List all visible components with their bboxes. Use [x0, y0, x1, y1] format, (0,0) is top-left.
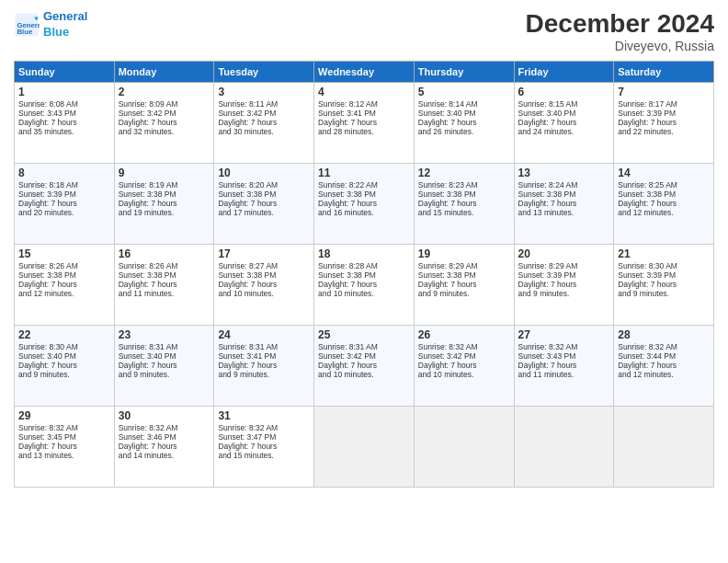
day-info-line: Sunrise: 8:08 AM — [18, 99, 110, 109]
day-info-line: Sunset: 3:38 PM — [18, 270, 110, 280]
day-number: 19 — [418, 247, 510, 260]
day-info-line: and 9 minutes. — [518, 289, 610, 298]
day-info-line: and 13 minutes. — [18, 451, 110, 460]
day-info-line: Sunset: 3:38 PM — [119, 270, 210, 280]
calendar-cell: 22Sunrise: 8:30 AMSunset: 3:40 PMDayligh… — [15, 326, 115, 407]
calendar-cell: 31Sunrise: 8:32 AMSunset: 3:47 PMDayligh… — [214, 407, 314, 488]
day-info-line: Daylight: 7 hours — [18, 118, 110, 127]
day-number: 26 — [418, 328, 510, 341]
day-info-line: Sunrise: 8:28 AM — [318, 261, 410, 270]
day-info-line: Sunrise: 8:32 AM — [119, 423, 210, 432]
day-number: 13 — [518, 167, 610, 179]
day-number: 14 — [618, 167, 710, 179]
day-info-line: Sunset: 3:41 PM — [318, 109, 410, 118]
title-block: December 2024 Diveyevo, Russia — [526, 9, 714, 53]
col-header-monday: Monday — [114, 62, 214, 83]
day-info-line: Sunrise: 8:17 AM — [618, 99, 710, 109]
day-info-line: and 22 minutes. — [618, 127, 710, 136]
day-info-line: Sunrise: 8:29 AM — [518, 261, 610, 270]
day-info-line: and 28 minutes. — [318, 127, 410, 136]
day-info-line: Sunset: 3:44 PM — [618, 351, 710, 361]
day-number: 23 — [119, 328, 210, 341]
day-number: 15 — [18, 247, 110, 260]
day-number: 30 — [119, 409, 210, 422]
day-number: 17 — [218, 247, 310, 260]
day-info-line: and 11 minutes. — [518, 370, 610, 379]
day-info-line: and 14 minutes. — [119, 451, 210, 460]
day-info-line: Sunrise: 8:30 AM — [18, 342, 110, 351]
calendar-cell — [314, 407, 415, 488]
day-info-line: Sunset: 3:45 PM — [18, 432, 110, 442]
day-info-line: Daylight: 7 hours — [218, 199, 310, 208]
day-info-line: Sunrise: 8:20 AM — [218, 180, 310, 190]
col-header-friday: Friday — [514, 62, 614, 83]
day-info-line: Daylight: 7 hours — [518, 361, 610, 370]
day-info-line: and 15 minutes. — [218, 451, 310, 460]
day-number: 16 — [119, 247, 210, 260]
calendar-cell: 13Sunrise: 8:24 AMSunset: 3:38 PMDayligh… — [514, 164, 614, 245]
day-info-line: Daylight: 7 hours — [318, 280, 410, 289]
calendar-cell — [614, 407, 714, 488]
day-number: 7 — [618, 86, 710, 98]
day-info-line: Daylight: 7 hours — [18, 361, 110, 370]
day-info-line: Sunset: 3:38 PM — [119, 190, 210, 199]
day-number: 27 — [518, 328, 610, 341]
day-info-line: Daylight: 7 hours — [218, 118, 310, 127]
day-info-line: Sunrise: 8:32 AM — [418, 342, 510, 351]
day-info-line: Sunset: 3:39 PM — [518, 270, 610, 280]
day-info-line: Daylight: 7 hours — [618, 199, 710, 208]
day-info-line: Sunset: 3:41 PM — [218, 351, 310, 361]
day-info-line: Daylight: 7 hours — [418, 118, 510, 127]
day-info-line: Daylight: 7 hours — [618, 361, 710, 370]
day-info-line: Daylight: 7 hours — [418, 280, 510, 289]
day-info-line: Daylight: 7 hours — [18, 442, 110, 451]
day-info-line: Sunset: 3:38 PM — [218, 190, 310, 199]
calendar-cell: 12Sunrise: 8:23 AMSunset: 3:38 PMDayligh… — [414, 164, 514, 245]
location-subtitle: Diveyevo, Russia — [526, 39, 714, 53]
day-info-line: and 13 minutes. — [518, 208, 610, 217]
day-info-line: Sunset: 3:42 PM — [218, 109, 310, 118]
day-number: 31 — [218, 409, 310, 422]
calendar-cell — [414, 407, 514, 488]
calendar-cell: 26Sunrise: 8:32 AMSunset: 3:42 PMDayligh… — [414, 326, 514, 407]
day-info-line: and 32 minutes. — [119, 127, 210, 136]
day-number: 29 — [18, 409, 110, 422]
day-number: 22 — [18, 328, 110, 341]
day-number: 3 — [218, 86, 310, 98]
day-info-line: Sunrise: 8:29 AM — [418, 261, 510, 270]
calendar-cell: 20Sunrise: 8:29 AMSunset: 3:39 PMDayligh… — [514, 245, 614, 326]
day-number: 10 — [218, 167, 310, 179]
day-info-line: and 10 minutes. — [318, 289, 410, 298]
day-info-line: and 24 minutes. — [518, 127, 610, 136]
day-info-line: Daylight: 7 hours — [119, 280, 210, 289]
day-info-line: Sunrise: 8:23 AM — [418, 180, 510, 190]
calendar-table: SundayMondayTuesdayWednesdayThursdayFrid… — [14, 61, 714, 488]
day-number: 18 — [318, 247, 410, 260]
calendar-cell: 3Sunrise: 8:11 AMSunset: 3:42 PMDaylight… — [214, 83, 314, 164]
calendar-cell: 6Sunrise: 8:15 AMSunset: 3:40 PMDaylight… — [514, 83, 614, 164]
day-info-line: Sunrise: 8:15 AM — [518, 99, 610, 109]
day-info-line: Sunrise: 8:27 AM — [218, 261, 310, 270]
calendar-cell: 8Sunrise: 8:18 AMSunset: 3:39 PMDaylight… — [15, 164, 115, 245]
day-info-line: Sunset: 3:38 PM — [218, 270, 310, 280]
day-info-line: and 12 minutes. — [18, 289, 110, 298]
calendar-cell: 25Sunrise: 8:31 AMSunset: 3:42 PMDayligh… — [314, 326, 415, 407]
calendar-cell: 5Sunrise: 8:14 AMSunset: 3:40 PMDaylight… — [414, 83, 514, 164]
day-number: 21 — [618, 247, 710, 260]
day-info-line: Daylight: 7 hours — [518, 118, 610, 127]
day-info-line: Daylight: 7 hours — [119, 199, 210, 208]
day-info-line: Daylight: 7 hours — [318, 118, 410, 127]
day-info-line: and 15 minutes. — [418, 208, 510, 217]
day-info-line: Sunrise: 8:31 AM — [119, 342, 210, 351]
col-header-wednesday: Wednesday — [314, 62, 415, 83]
day-info-line: and 11 minutes. — [119, 289, 210, 298]
day-info-line: Sunrise: 8:26 AM — [18, 261, 110, 270]
day-number: 8 — [18, 167, 110, 179]
calendar-cell: 14Sunrise: 8:25 AMSunset: 3:38 PMDayligh… — [614, 164, 714, 245]
day-info-line: and 10 minutes. — [418, 370, 510, 379]
calendar-cell: 7Sunrise: 8:17 AMSunset: 3:39 PMDaylight… — [614, 83, 714, 164]
day-info-line: Sunset: 3:47 PM — [218, 432, 310, 442]
day-info-line: and 19 minutes. — [119, 208, 210, 217]
day-info-line: Sunset: 3:46 PM — [119, 432, 210, 442]
day-number: 11 — [318, 167, 410, 179]
